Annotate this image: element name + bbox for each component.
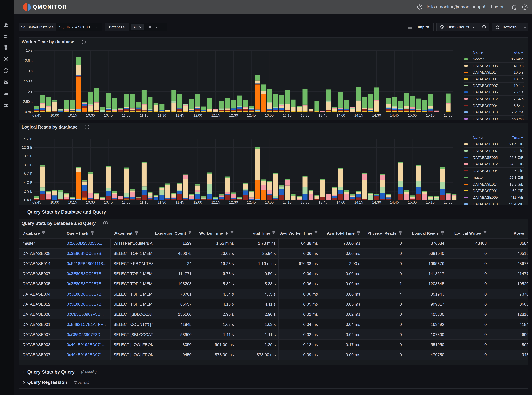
- svg-text:12:45: 12:45: [247, 113, 256, 117]
- svg-text:13:30: 13:30: [301, 200, 310, 204]
- svg-text:10 s: 10 s: [26, 69, 33, 73]
- svg-text:11:15: 11:15: [140, 200, 148, 204]
- svg-text:4 GiB: 4 GiB: [24, 181, 33, 184]
- svg-text:14:45: 14:45: [390, 113, 399, 117]
- svg-text:10:45: 10:45: [104, 113, 113, 117]
- svg-text:12 GiB: 12 GiB: [22, 145, 33, 149]
- svg-text:14:30: 14:30: [372, 113, 381, 117]
- svg-text:2.50 s: 2.50 s: [23, 100, 33, 104]
- svg-text:5 s: 5 s: [28, 89, 33, 93]
- svg-text:12:00: 12:00: [193, 200, 202, 204]
- svg-text:11:45: 11:45: [176, 113, 184, 117]
- svg-text:12:15: 12:15: [211, 113, 220, 117]
- svg-text:8 GiB: 8 GiB: [24, 163, 33, 167]
- svg-text:12:30: 12:30: [229, 113, 238, 117]
- svg-text:12:30: 12:30: [229, 200, 238, 204]
- svg-text:6 GiB: 6 GiB: [24, 172, 33, 176]
- svg-text:13:15: 13:15: [283, 200, 292, 204]
- svg-text:12:15: 12:15: [211, 200, 220, 204]
- svg-text:14:30: 14:30: [372, 200, 381, 204]
- svg-text:10:15: 10:15: [68, 113, 77, 117]
- svg-text:11:30: 11:30: [158, 200, 166, 204]
- svg-text:13:00: 13:00: [265, 200, 274, 204]
- svg-text:15:15: 15:15: [426, 200, 435, 204]
- svg-text:0 ms: 0 ms: [25, 110, 33, 114]
- svg-text:12.5 s: 12.5 s: [23, 59, 33, 63]
- svg-text:15 s: 15 s: [26, 48, 33, 52]
- svg-text:11:00: 11:00: [122, 113, 131, 117]
- svg-text:11:00: 11:00: [122, 200, 131, 204]
- svg-text:15:30: 15:30: [444, 200, 453, 204]
- svg-text:10:30: 10:30: [86, 113, 95, 117]
- svg-text:12:00: 12:00: [193, 113, 202, 117]
- svg-text:10:30: 10:30: [86, 200, 95, 204]
- svg-text:15:15: 15:15: [426, 113, 435, 117]
- svg-text:14:15: 14:15: [354, 200, 363, 204]
- svg-text:13:30: 13:30: [301, 113, 310, 117]
- svg-text:13:45: 13:45: [318, 200, 327, 204]
- svg-text:14:15: 14:15: [354, 113, 363, 117]
- svg-text:7.50 s: 7.50 s: [23, 79, 33, 83]
- svg-text:15:00: 15:00: [408, 200, 417, 204]
- svg-text:10:45: 10:45: [104, 200, 113, 204]
- svg-text:14:00: 14:00: [337, 200, 345, 204]
- svg-text:15:00: 15:00: [408, 113, 417, 117]
- svg-text:10:00: 10:00: [50, 200, 59, 204]
- svg-text:11:15: 11:15: [140, 113, 148, 117]
- svg-text:11:45: 11:45: [176, 200, 184, 204]
- svg-text:09:45: 09:45: [33, 113, 41, 117]
- svg-text:14:00: 14:00: [337, 113, 345, 117]
- svg-text:14 GiB: 14 GiB: [22, 137, 33, 141]
- svg-text:15:30: 15:30: [444, 113, 453, 117]
- svg-text:10:00: 10:00: [50, 113, 59, 117]
- svg-text:11:30: 11:30: [158, 113, 166, 117]
- svg-text:12:45: 12:45: [247, 200, 256, 204]
- svg-text:10:15: 10:15: [68, 200, 77, 204]
- svg-text:13:15: 13:15: [283, 113, 292, 117]
- svg-text:14:45: 14:45: [390, 200, 399, 204]
- svg-text:2 GiB: 2 GiB: [24, 189, 33, 193]
- svg-text:13:00: 13:00: [265, 113, 274, 117]
- svg-text:13:45: 13:45: [318, 113, 327, 117]
- svg-text:10 GiB: 10 GiB: [22, 154, 33, 158]
- svg-text:0 KiB: 0 KiB: [24, 198, 33, 202]
- svg-text:09:45: 09:45: [33, 200, 41, 204]
